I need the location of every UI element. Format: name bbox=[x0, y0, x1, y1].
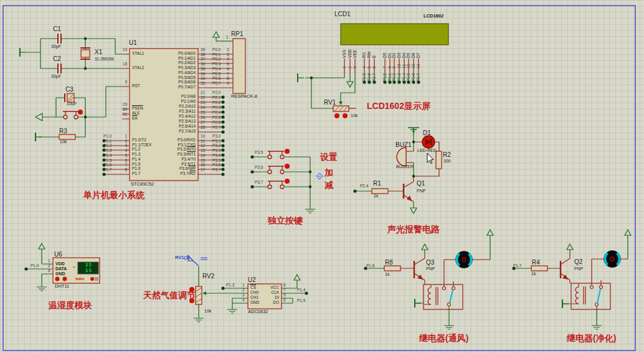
u1-pin-num: 22 bbox=[201, 96, 205, 100]
lcd-pin-num: 5 bbox=[367, 66, 372, 68]
lcd1602-screen[interactable] bbox=[341, 24, 448, 45]
net-label: P2.4 bbox=[360, 184, 368, 189]
q1-part: PNP bbox=[417, 189, 425, 193]
lcd-pin-name: D7 bbox=[417, 53, 421, 58]
c2-ref: C2 bbox=[53, 56, 61, 63]
resistor-r2[interactable] bbox=[436, 151, 442, 169]
caption-key-minus: 减 bbox=[324, 181, 333, 190]
u1-pin-name: P2.7/A15 bbox=[133, 129, 196, 134]
caption-dht: 温湿度模块 bbox=[49, 301, 92, 310]
net-label: P1.5 bbox=[297, 299, 305, 303]
q3-part: PNP bbox=[426, 266, 435, 271]
net-label: P1.0 bbox=[103, 134, 111, 139]
led-d1[interactable] bbox=[422, 136, 435, 148]
lcd-pin-num: 9 bbox=[392, 66, 397, 68]
net-label: P0.2 bbox=[392, 73, 397, 82]
capacitor-c2[interactable] bbox=[58, 64, 61, 73]
caption-alarm: 声光报警电路 bbox=[387, 225, 440, 234]
u1-pin-name: P2.4/A12 bbox=[133, 115, 196, 119]
net-label: P0.5 bbox=[407, 73, 411, 82]
rv2-ref: RV2 bbox=[202, 273, 214, 280]
u1-pin-num: 12 bbox=[201, 144, 205, 148]
q2-ref: Q2 bbox=[574, 259, 582, 266]
rp1-pin-num: 8 bbox=[227, 77, 229, 81]
net-label: P0.7 bbox=[212, 82, 220, 86]
net-label: P2.6 bbox=[212, 121, 220, 125]
net-label: P3.5 bbox=[255, 151, 263, 155]
u1-pin-name: P2.6/A14 bbox=[133, 125, 196, 129]
u2-pin-num: 7 bbox=[283, 288, 286, 293]
buzzer-buz1[interactable] bbox=[397, 148, 406, 166]
u1-pin-name: P3.4/T0 bbox=[133, 158, 196, 162]
net-label: P2.5 bbox=[362, 73, 367, 82]
u1-pin-num: 16 bbox=[201, 163, 205, 167]
r1-ref: R1 bbox=[373, 181, 381, 187]
rp1-pin-num: 2 bbox=[227, 48, 229, 52]
u1-pin-num: 1 bbox=[120, 134, 127, 139]
lcd-part: LCD1602 bbox=[424, 14, 443, 19]
u1-pin-name: P2.0/A8 bbox=[133, 95, 196, 99]
rv2-value: 10k bbox=[204, 309, 211, 313]
u6-pin-name: DATA bbox=[55, 266, 67, 271]
x1-ref: X1 bbox=[95, 49, 102, 56]
caption-lcd: LCD1602显示屏 bbox=[367, 101, 430, 111]
motor-purify[interactable] bbox=[604, 251, 621, 268]
rp1-ref: RP1 bbox=[231, 31, 243, 38]
relay-purify[interactable] bbox=[571, 283, 610, 309]
resistor-r8[interactable] bbox=[384, 266, 400, 271]
d1-ref: D1 bbox=[423, 130, 431, 137]
net-label: P2.7 bbox=[372, 73, 377, 82]
net-label: P2.3 bbox=[212, 106, 220, 110]
r4-value: 1k bbox=[531, 271, 536, 276]
net-label: P0.6 bbox=[212, 77, 220, 81]
rp1-pin-num: 1 bbox=[226, 35, 229, 40]
rp1-pin-num: 4 bbox=[227, 57, 229, 62]
net-label: P3.0 bbox=[212, 134, 220, 139]
u1-pin-num: 24 bbox=[201, 106, 205, 110]
u1-pin-num: 35 bbox=[201, 67, 205, 72]
u6-pin-num: 2 bbox=[48, 264, 50, 268]
u1-pin-num: 26 bbox=[201, 116, 205, 120]
resistor-r3[interactable] bbox=[59, 134, 75, 139]
lcd-pin-name: VDD bbox=[348, 49, 353, 58]
power-bar-icon bbox=[408, 128, 419, 134]
net-label: P0.3 bbox=[212, 62, 220, 67]
probe-label: RV1(1) bbox=[175, 255, 190, 260]
net-label: P1.4 bbox=[297, 288, 305, 293]
u1-pin-num: 5 bbox=[120, 154, 127, 158]
lcd-pin-num: 4 bbox=[362, 66, 367, 68]
net-label: P2.4 bbox=[212, 111, 220, 115]
net-label: P3.2 bbox=[212, 144, 220, 148]
lcd-ref: LCD1 bbox=[334, 11, 351, 18]
q3-ref: Q3 bbox=[426, 260, 434, 266]
net-label: P0.6 bbox=[412, 73, 416, 82]
x1-value: 11.0592M bbox=[95, 57, 114, 61]
u1-pin-name: P2.2/A10 bbox=[133, 105, 196, 109]
net-label: P1.7 bbox=[513, 264, 521, 268]
u1-pin-num: 33 bbox=[201, 77, 205, 81]
d1-part: LED-RED bbox=[417, 148, 437, 153]
net-label: P0.0 bbox=[383, 73, 387, 82]
reset-button[interactable] bbox=[63, 110, 83, 119]
u1-pin-name: P0.4/AD4 bbox=[133, 71, 196, 75]
u2-pin-num: 1 bbox=[242, 283, 245, 288]
resistor-r1[interactable] bbox=[372, 189, 388, 194]
u1-pin-name: P2.1/A9 bbox=[133, 100, 196, 104]
capacitor-c3[interactable] bbox=[65, 93, 74, 102]
resistor-r4[interactable] bbox=[531, 266, 547, 271]
capacitor-c1[interactable] bbox=[58, 34, 61, 44]
u2-pin-name: DO bbox=[254, 301, 279, 305]
lcd-pin-num: 13 bbox=[412, 64, 416, 68]
voltage-probe-icon[interactable] bbox=[188, 255, 207, 266]
net-label: P1.3 bbox=[103, 149, 111, 153]
lcd-pin-name: D0 bbox=[383, 53, 387, 58]
crystal-x1[interactable] bbox=[80, 48, 90, 59]
transistor-q1[interactable] bbox=[404, 184, 412, 201]
u1-pin-num: 4 bbox=[120, 149, 127, 153]
lcd-pin-name: D5 bbox=[407, 53, 411, 58]
relay-fan[interactable] bbox=[424, 285, 463, 309]
u1-pin-num: 31 bbox=[120, 113, 127, 117]
motor-fan[interactable] bbox=[456, 252, 473, 268]
buz1-ref: BUZ1 bbox=[395, 142, 412, 149]
respack-rp1[interactable] bbox=[233, 39, 245, 93]
